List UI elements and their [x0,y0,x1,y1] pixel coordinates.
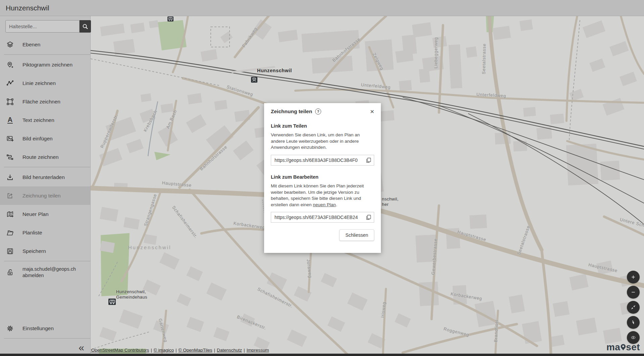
sidebar-item-label: Linie zeichnen [22,80,56,86]
edit-link-description: Mit diesem Link können Sie den Plan jede… [271,183,374,208]
sidebar-item-label: Bild herunterladen [22,174,65,180]
sidebar-item-speichern[interactable]: Speichern [0,242,90,260]
sidebar-item-label: Speichern [22,248,46,254]
sidebar-item-route-zeichnen[interactable]: Route zeichnen [0,148,90,166]
separator: | [151,348,152,353]
sidebar-item-label: Fläche zeichnen [22,99,60,105]
layers-icon [6,41,14,49]
sidebar-item-planliste[interactable]: Planliste [0,223,90,242]
sidebar-item-label: Route zeichnen [22,154,59,160]
attribution-link[interactable]: Impressum [247,348,269,353]
collapse-sidebar-icon[interactable]: « [79,343,84,353]
sidebar-item-label: Text zeichnen [22,117,54,123]
compass-button[interactable] [627,316,640,329]
image-plus-icon [6,135,14,143]
sidebar-spacer [0,283,90,319]
sidebar-item-piktogramm-zeichnen[interactable]: Piktogramm zeichnen [0,55,90,74]
compass-needle-icon [629,316,638,329]
attribution-link[interactable]: © OpenStreetMap Contributors [87,348,149,353]
share-link-heading: Link zum Teilen [271,123,374,129]
train-station-icon[interactable] [251,77,257,83]
sidebar-item-text-zeichnen[interactable]: A Text zeichnen [0,111,90,129]
edit-url: https://geops.sh/6E73A3F1B8DC4EB24 [275,215,364,220]
sidebar-item-label: Bild einfügen [22,136,53,142]
share-drawing-dialog: Zeichnung teilen ? × Link zum Teilen Ver… [264,103,381,253]
sidebar-item-einstellungen[interactable]: Einstellungen [0,319,90,338]
share-url: https://geops.sh/6E83A3F1B8DC3B4F0 [275,158,364,163]
sidebar-item-ebenen[interactable]: Ebenen [0,35,90,54]
search-icon [82,23,89,30]
sidebar-item-bild-einfuegen[interactable]: Bild einfügen [0,129,90,148]
save-icon [6,247,14,255]
copy-share-url-button[interactable] [364,158,371,163]
edit-link-heading: Link zum Bearbeiten [271,174,374,180]
page-title: Hunzenschwil [6,4,49,12]
sidebar-item-label: Ebenen [22,42,40,48]
share-icon [6,192,14,200]
neuer-plan-link[interactable]: neuen Plan [313,202,336,207]
map-plus-icon [6,210,14,218]
attribution-link[interactable]: Datenschutz [217,348,242,353]
pin-plus-icon [6,61,14,69]
search-button[interactable] [80,20,91,33]
divider [4,54,90,55]
copy-icon [366,158,371,163]
bus-stop-icon[interactable] [108,299,116,305]
separator: | [214,348,215,353]
download-icon [6,173,14,181]
polygon-icon [6,98,14,106]
separator: | [176,348,177,353]
attribution-link[interactable]: © OpenMapTiles [179,348,212,353]
copy-icon [366,215,371,220]
sidebar-item-zeichnung-teilen[interactable]: Zeichnung teilen [0,186,90,205]
polyline-icon [6,79,14,87]
edit-url-field[interactable]: https://geops.sh/6E73A3F1B8DC4EB24 [271,212,374,223]
share-url-field[interactable]: https://geops.sh/6E83A3F1B8DC3B4F0 [271,155,374,166]
sidebar-item-label: Piktogramm zeichnen [22,62,72,68]
dialog-title: Zeichnung teilen [271,108,312,115]
sidebar-item-flaeche-zeichnen[interactable]: Fläche zeichnen [0,92,90,111]
unlock-icon [6,268,14,276]
sidebar-item-account-logout[interactable]: maja.schudel@geops.ch abmelden [0,262,90,283]
sidebar-item-neuer-plan[interactable]: Neuer Plan [0,205,90,223]
zoom-out-button[interactable] [627,286,640,299]
divider [4,167,90,167]
mapset-logo: ma set [606,343,640,352]
sidebar-item-label: Zeichnung teilen [22,193,61,199]
divider [4,261,90,261]
attribution-link[interactable]: © imagico [154,348,174,353]
sidebar-item-bild-herunterladen[interactable]: Bild herunterladen [0,168,90,186]
sidebar-item-label: Neuer Plan [22,211,49,217]
route-icon [6,153,14,161]
sidebar-item-linie-zeichnen[interactable]: Linie zeichnen [0,74,90,92]
sidebar: Ebenen Piktogramm zeichnen Linie zeichne… [0,16,91,356]
sidebar-item-label: Planliste [22,230,42,236]
bus-stop-icon[interactable] [167,16,174,21]
plus-icon [629,271,638,283]
close-dialog-button[interactable]: Schliessen [339,229,374,241]
divider [4,338,90,339]
map-attribution: © OpenStreetMap Contributors|© imagico|©… [87,348,269,353]
collapse-arrows-icon [629,301,638,314]
help-icon[interactable]: ? [315,108,321,115]
zoom-in-button[interactable] [627,271,640,283]
close-icon[interactable]: × [370,108,374,115]
header-bar: Hunzenschwil [0,0,644,16]
text-icon: A [7,117,13,124]
minus-icon [629,286,638,299]
map-pin-icon [621,344,626,351]
share-link-description: Verwenden Sie diesen Link, um den Plan a… [271,132,374,151]
account-email: maja.schudel@geops.ch [22,266,76,272]
folder-open-icon [6,229,14,237]
separator: | [244,348,245,353]
fit-extent-button[interactable] [627,301,640,314]
search-input[interactable] [5,20,80,33]
sidebar-item-label: Einstellungen [22,325,54,331]
logout-label: abmelden [22,273,44,278]
gear-icon [6,324,14,332]
copy-edit-url-button[interactable] [364,215,371,220]
bottom-strip [0,354,644,356]
